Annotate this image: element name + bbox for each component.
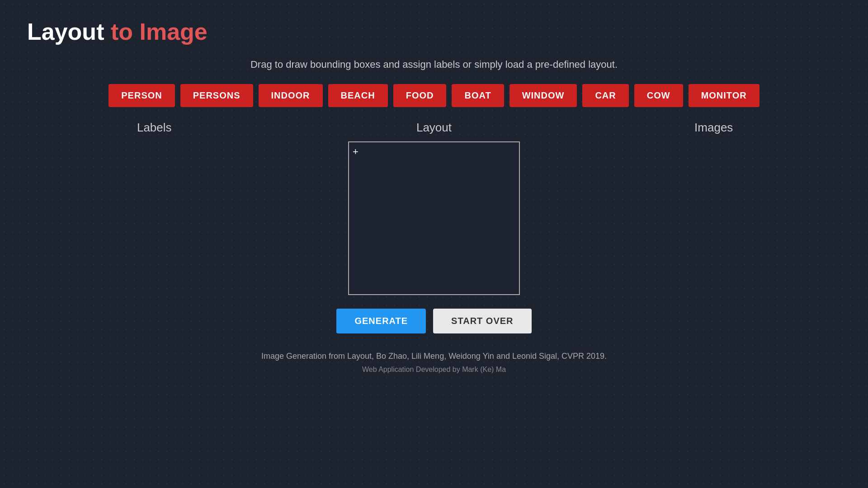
label-btn-boat[interactable]: BOAT	[452, 84, 504, 107]
label-btn-window[interactable]: WINDOW	[509, 84, 577, 107]
title-to-word: to	[111, 19, 133, 45]
footer-credit: Web Application Developed by Mark (Ke) M…	[261, 366, 607, 374]
app-title: Layout to Image	[27, 18, 208, 45]
app-container: Layout to Image Drag to draw bounding bo…	[0, 0, 868, 392]
footer-citation: Image Generation from Layout, Bo Zhao, L…	[261, 352, 607, 361]
label-btn-persons[interactable]: PERSONS	[180, 84, 253, 107]
start-over-button[interactable]: START OVER	[433, 309, 531, 333]
label-buttons-container: PERSON PERSONS INDOOR BEACH FOOD BOAT WI…	[108, 84, 759, 107]
canvas-area[interactable]: +	[348, 141, 520, 295]
label-btn-car[interactable]: CAR	[582, 84, 628, 107]
label-btn-cow[interactable]: COW	[634, 84, 683, 107]
crosshair-cursor-icon: +	[353, 147, 362, 156]
action-buttons: GENERATE START OVER	[336, 309, 531, 333]
title-image-word: Image	[139, 19, 207, 45]
label-btn-food[interactable]: FOOD	[393, 84, 447, 107]
labels-section: Labels	[27, 121, 282, 295]
label-btn-beach[interactable]: BEACH	[328, 84, 388, 107]
images-section: Images	[587, 121, 841, 295]
label-btn-indoor[interactable]: INDOOR	[259, 84, 323, 107]
footer: Image Generation from Layout, Bo Zhao, L…	[261, 352, 607, 374]
label-btn-person[interactable]: PERSON	[108, 84, 175, 107]
images-section-title: Images	[694, 121, 733, 135]
main-area: Labels Layout + Images	[27, 121, 841, 295]
title-layout-word: Layout	[27, 19, 104, 45]
labels-section-title: Labels	[137, 121, 172, 135]
subtitle-text: Drag to draw bounding boxes and assign l…	[250, 59, 618, 70]
label-btn-monitor[interactable]: MONITOR	[689, 84, 760, 107]
layout-section: Layout +	[282, 121, 587, 295]
generate-button[interactable]: GENERATE	[336, 309, 426, 333]
layout-section-title: Layout	[416, 121, 452, 135]
